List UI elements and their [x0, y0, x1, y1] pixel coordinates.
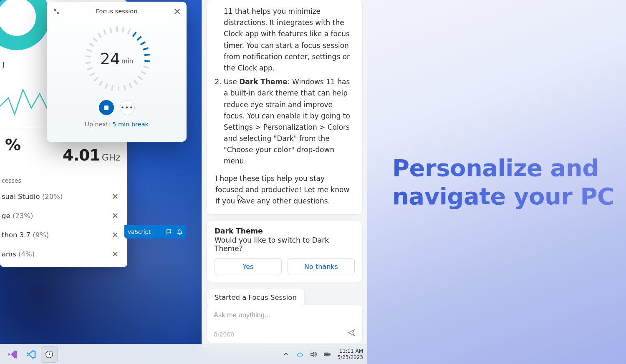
close-icon[interactable] [111, 212, 119, 219]
focus-titlebar[interactable]: Focus session [47, 2, 187, 21]
volume-icon[interactable] [310, 351, 317, 358]
taskbar-time: 11:11 AM [337, 348, 363, 354]
process-row[interactable]: sual Studio (20%) [0, 187, 127, 206]
timer-minutes: 24 [100, 50, 120, 68]
yes-button[interactable]: Yes [215, 259, 282, 274]
stop-icon [104, 105, 109, 110]
close-icon[interactable] [111, 193, 119, 200]
process-row[interactable]: thon 3.7 (9%) [0, 225, 127, 244]
send-button[interactable] [347, 329, 356, 338]
visual-studio-icon [7, 349, 18, 360]
action-title: Dark Theme [215, 227, 355, 235]
action-card-dark-theme: Dark Theme Would you like to switch to D… [207, 221, 362, 282]
process-list: sual Studio (20%) ge (23%) thon 3.7 (9%)… [0, 187, 127, 264]
marketing-headline: Personalize and navigate your PC [392, 154, 626, 210]
tip-item: 11 that helps you minimize distractions.… [215, 6, 354, 74]
bell-icon[interactable] [177, 229, 183, 235]
more-button[interactable]: ••• [120, 100, 135, 115]
vscode-icon [26, 349, 36, 359]
taskbar-app-vscode[interactable] [23, 346, 39, 363]
focus-timer: 24 min [81, 23, 152, 94]
taskbar-clock[interactable]: 11:11 AM 5/23/2023 [337, 348, 363, 361]
usage-donut [0, 0, 50, 50]
char-counter: 0/2000 [214, 331, 234, 338]
chat-input[interactable] [214, 311, 356, 319]
copilot-panel: 11 that helps you minimize distractions.… [202, 0, 367, 349]
close-icon[interactable] [111, 231, 119, 238]
process-row[interactable]: ge (23%) [0, 206, 127, 225]
assistant-outro: I hope these tips help you stay focused … [215, 173, 354, 207]
chat-input-box[interactable]: 0/2000 [207, 305, 362, 343]
taskbar[interactable]: 11:11 AM 5/23/2023 [0, 344, 367, 364]
stop-button[interactable] [99, 100, 114, 115]
assistant-message: 11 that helps you minimize distractions.… [207, 0, 362, 214]
cpu-frequency-unit: GHz [102, 152, 121, 163]
status-chip-focus-started: Started a Focus Session [207, 289, 304, 305]
send-icon [347, 329, 356, 337]
close-icon[interactable] [111, 250, 119, 258]
close-icon[interactable] [173, 8, 181, 15]
action-question: Would you like to switch to Dark Theme? [215, 236, 355, 253]
feedback-icon[interactable] [166, 229, 172, 235]
onedrive-icon[interactable] [296, 351, 303, 358]
marketing-panel: Personalize and navigate your PC [367, 0, 626, 364]
tray-chevron-up-icon[interactable] [282, 351, 289, 358]
mouse-cursor [237, 194, 244, 203]
focus-session-window: Focus session 24 min ••• Up next: 5 min … [47, 2, 187, 142]
svg-rect-3 [325, 354, 328, 355]
battery-icon[interactable] [323, 351, 331, 358]
svg-rect-2 [329, 354, 330, 355]
cpu-percent: % [5, 136, 20, 154]
cpu-frequency: 4.01 [63, 146, 100, 164]
taskbar-app-visualstudio[interactable] [4, 346, 21, 363]
desktop-region: J % 4.01GHz cesses sual Studio (20%) ge … [0, 0, 367, 364]
process-row[interactable]: ams (4%) [0, 244, 127, 264]
timer-unit: min [121, 58, 133, 65]
no-thanks-button[interactable]: No thanks [288, 259, 355, 274]
expand-icon[interactable] [53, 8, 60, 15]
focus-title: Focus session [60, 8, 173, 15]
taskbar-app-clock[interactable] [41, 346, 58, 363]
processes-heading: cesses [0, 177, 21, 184]
up-next-text: Up next: 5 min break [47, 121, 187, 128]
tip-item: Use Dark Theme: Windows 11 has a built-i… [224, 76, 354, 167]
clock-icon [45, 350, 54, 359]
cpu-label: J [3, 61, 4, 69]
chat-scroll-area[interactable]: 11 that helps you minimize distractions.… [202, 0, 367, 305]
taskbar-date: 5/23/2023 [337, 354, 363, 361]
vscode-statusbar-fragment[interactable]: vaScript [124, 225, 186, 238]
